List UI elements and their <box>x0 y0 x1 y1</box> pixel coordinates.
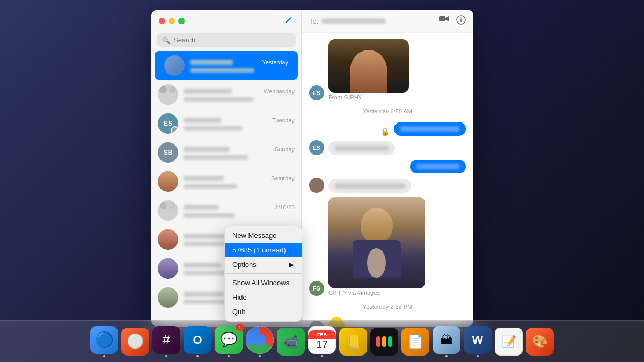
avatar: ES <box>309 85 324 100</box>
dock-dot <box>445 355 448 357</box>
avatar <box>309 178 324 193</box>
dock: 🔵 ⚪ # O 💬 1 <box>0 320 644 362</box>
dock-item-pages[interactable]: 📄 <box>401 328 429 356</box>
message-bubble <box>328 179 411 193</box>
info-icon[interactable] <box>456 15 466 27</box>
svg-point-3 <box>460 18 462 19</box>
avatar: ES <box>158 113 178 134</box>
chevron-right-icon: ▶ <box>289 260 294 269</box>
dock-item-texteditor[interactable]: 📝 <box>495 328 523 356</box>
dock-dot <box>259 355 261 357</box>
conv-content: Wednesday <box>184 88 295 102</box>
traffic-lights <box>159 18 185 24</box>
recipient-name <box>321 18 386 24</box>
list-item[interactable]: Saturday <box>151 167 301 196</box>
dock-item-launchpad[interactable]: ⚪ <box>121 328 149 356</box>
avatar <box>158 84 178 105</box>
avatar <box>158 229 178 250</box>
dock-item-outlook[interactable]: O <box>184 326 211 357</box>
dock-dot <box>196 355 199 357</box>
dock-badge: 1 <box>236 324 244 331</box>
ctx-new-message[interactable]: New Message <box>225 228 302 243</box>
dock-item-pixelmator[interactable]: 🎨 <box>526 328 554 356</box>
dock-dot <box>165 355 167 357</box>
search-input[interactable] <box>173 36 290 44</box>
dock-item-calendar[interactable]: FEB 17 <box>308 326 336 357</box>
giphy-source: From GIPHY <box>328 94 409 100</box>
dock-item-notes[interactable]: 📒 <box>339 328 367 356</box>
search-bar[interactable]: 🔍 <box>157 33 296 47</box>
giphy-via: GIPHY via #images <box>328 289 425 296</box>
avatar: SB <box>158 142 178 163</box>
dock-item-monday[interactable] <box>370 328 398 356</box>
ctx-show-all-windows[interactable]: Show All Windows <box>225 276 302 290</box>
ctx-quit[interactable]: Quit <box>225 305 302 319</box>
close-button[interactable] <box>159 18 165 24</box>
avatar: FG <box>309 281 324 296</box>
dock-item-slack[interactable]: # <box>152 326 180 357</box>
video-call-icon[interactable] <box>439 15 449 27</box>
avatar: ES <box>309 140 324 155</box>
message-bubble <box>328 141 395 155</box>
messages-window: 🔍 Yesterday <box>151 10 473 327</box>
chat-to: To: <box>309 17 386 25</box>
conv-content: Tuesday <box>184 117 295 131</box>
avatar <box>158 258 178 279</box>
message-row: ES <box>309 140 466 155</box>
avatar <box>158 171 178 192</box>
list-item[interactable]: Yesterday <box>155 51 298 80</box>
list-item[interactable]: 2/10/23 <box>151 196 301 225</box>
message-bubble <box>410 160 466 173</box>
timestamp: Yesterday 2:22 PM <box>309 303 466 310</box>
menu-separator <box>225 273 302 274</box>
timestamp: Yesterday 6:55 AM <box>309 108 466 114</box>
dock-item-facetime[interactable]: 📹 <box>277 328 305 356</box>
search-icon: 🔍 <box>162 37 170 44</box>
conv-content: Sunday <box>184 146 295 160</box>
list-item[interactable]: Wednesday <box>151 80 301 109</box>
dock-item-word[interactable]: W <box>464 326 492 357</box>
chat-header: To: <box>302 10 473 33</box>
svg-rect-0 <box>439 16 445 21</box>
context-menu: New Message 57685 (1 unread) Options ▶ S… <box>224 226 302 322</box>
message-row <box>309 160 466 173</box>
message-bubble <box>394 122 466 136</box>
dock-dot <box>321 355 323 357</box>
avatar <box>158 200 178 221</box>
avatar <box>164 55 185 76</box>
dock-dot <box>477 355 479 357</box>
message-row <box>309 178 466 193</box>
message-row: ES From GIPHY <box>309 39 466 100</box>
minimize-button[interactable] <box>169 18 175 24</box>
list-item[interactable]: SB Sunday <box>151 138 301 167</box>
conv-content: Saturday <box>184 175 295 189</box>
dock-item-preview[interactable]: 🏔 <box>433 326 460 357</box>
ctx-hide[interactable]: Hide <box>225 290 302 305</box>
zoom-button[interactable] <box>178 18 185 24</box>
avatar <box>158 287 178 308</box>
sidebar-titlebar <box>151 10 301 30</box>
chat-messages: ES From GIPHY Yesterday 6:55 AM <box>302 33 473 327</box>
dock-dot <box>103 355 105 357</box>
dock-dot <box>228 355 230 357</box>
conv-content: Yesterday <box>190 59 288 73</box>
compose-icon[interactable] <box>284 15 294 27</box>
desktop: 🔍 Yesterday <box>0 0 644 362</box>
to-label: To: <box>309 17 318 25</box>
dock-item-finder[interactable]: 🔵 <box>90 326 118 357</box>
message-row: 🔒 <box>309 122 466 136</box>
ctx-phone-number[interactable]: 57685 (1 unread) <box>225 243 302 257</box>
header-icons <box>439 15 466 27</box>
list-item[interactable]: ES Tuesday <box>151 109 301 138</box>
dock-item-chrome[interactable] <box>246 326 274 357</box>
chat-panel: To: <box>302 10 473 327</box>
dock-item-messages[interactable]: 💬 1 <box>215 326 243 357</box>
ctx-options[interactable]: Options ▶ <box>225 257 302 272</box>
conv-content: 2/10/23 <box>184 204 295 218</box>
message-row: FG GIPHY via #images <box>309 197 466 296</box>
